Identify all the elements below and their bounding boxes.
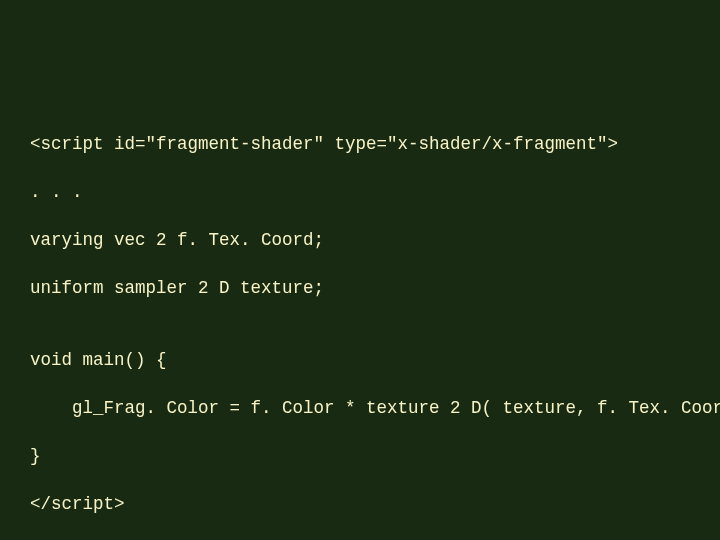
code-line: gl_Frag. Color = f. Color * texture 2 D(…	[30, 396, 690, 420]
code-line: . . .	[30, 180, 690, 204]
code-line: <script id="fragment-shader" type="x-sha…	[30, 132, 690, 156]
code-line: }	[30, 444, 690, 468]
code-slide: <script id="fragment-shader" type="x-sha…	[0, 0, 720, 540]
code-line: void main() {	[30, 348, 690, 372]
code-line: varying vec 2 f. Tex. Coord;	[30, 228, 690, 252]
code-line: uniform sampler 2 D texture;	[30, 276, 690, 300]
code-line: </script>	[30, 492, 690, 516]
